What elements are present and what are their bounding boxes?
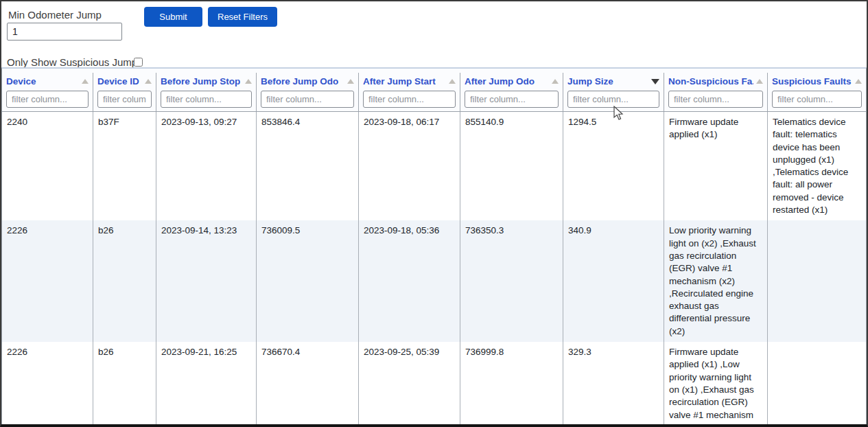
cell-after-jump-odo: 855140.9	[460, 112, 563, 220]
cell-before-jump-stop: 2023-09-14, 13:23	[156, 220, 257, 342]
column-header-label: Suspicious Faults	[772, 76, 852, 86]
cell-before-jump-odo: 736670.4	[257, 342, 359, 424]
min-odometer-jump-label: Min Odometer Jump	[8, 9, 102, 21]
cell-device-id: b26	[93, 342, 156, 424]
cell-suspicious-faults	[768, 342, 866, 424]
cell-before-jump-odo: 853846.4	[257, 112, 359, 220]
column-header-before-jump-odo[interactable]: Before Jump Odo	[257, 73, 359, 111]
cell-device-id: b26	[93, 220, 156, 342]
filter-input-non-suspicious-fa[interactable]	[668, 91, 763, 108]
cell-jump-size: 1294.5	[563, 112, 664, 220]
reset-filters-button[interactable]: Reset Filters	[208, 7, 277, 27]
submit-button[interactable]: Submit	[144, 7, 202, 27]
filter-input-suspicious-faults[interactable]	[772, 91, 862, 108]
filter-input-before-jump-odo[interactable]	[261, 91, 354, 108]
column-header-label: After Jump Start	[363, 76, 436, 86]
sort-ascending-icon[interactable]	[145, 79, 152, 84]
sort-ascending-icon[interactable]	[552, 79, 559, 84]
cell-non-suspicious-fa: Firmware update applied (x1)	[664, 112, 768, 220]
column-header-label: Before Jump Stop	[161, 76, 240, 86]
cell-before-jump-stop: 2023-09-21, 16:25	[156, 342, 257, 424]
cell-device: 2226	[2, 220, 93, 342]
only-show-suspicious-jumps-checkbox[interactable]	[134, 58, 143, 67]
cell-before-jump-odo: 736009.5	[257, 220, 359, 342]
sort-ascending-icon[interactable]	[756, 79, 763, 84]
column-header-after-jump-odo[interactable]: After Jump Odo	[460, 73, 563, 111]
sort-ascending-icon[interactable]	[855, 79, 862, 84]
column-header-label: Non-Suspicious Fa...	[668, 76, 753, 86]
cell-after-jump-odo: 736350.3	[460, 220, 563, 342]
filter-input-before-jump-stop[interactable]	[161, 91, 252, 108]
cell-device: 2226	[2, 342, 93, 424]
filter-input-after-jump-odo[interactable]	[465, 91, 559, 108]
column-header-jump-size[interactable]: Jump Size	[563, 73, 664, 111]
column-header-label: Device	[6, 76, 36, 86]
column-header-label: Device ID	[97, 76, 139, 86]
column-header-before-jump-stop[interactable]: Before Jump Stop	[156, 73, 257, 111]
cell-after-jump-start: 2023-09-18, 05:36	[359, 220, 460, 342]
filter-input-device-id[interactable]	[97, 91, 152, 108]
cell-suspicious-faults: Telematics device fault: telematics devi…	[768, 112, 866, 220]
sort-ascending-icon[interactable]	[245, 79, 252, 84]
filter-input-after-jump-start[interactable]	[363, 91, 456, 108]
cell-suspicious-faults	[768, 220, 866, 342]
cell-before-jump-stop: 2023-09-13, 09:27	[156, 112, 257, 220]
column-header-label: Jump Size	[567, 76, 613, 86]
table-row: 2240b37F2023-09-13, 09:27853846.42023-09…	[2, 112, 866, 220]
column-header-after-jump-start[interactable]: After Jump Start	[359, 73, 460, 111]
sort-ascending-icon[interactable]	[449, 79, 456, 84]
sort-ascending-icon[interactable]	[347, 79, 354, 84]
odometer-jump-page: Min Odometer Jump Submit Reset Filters O…	[0, 0, 868, 427]
column-header-label: Before Jump Odo	[261, 76, 338, 86]
table-header-row: DeviceDevice IDBefore Jump StopBefore Ju…	[2, 69, 866, 112]
sort-descending-icon[interactable]	[651, 79, 659, 84]
cell-after-jump-start: 2023-09-18, 06:17	[359, 112, 460, 220]
column-header-device[interactable]: Device	[2, 73, 93, 111]
cell-device-id: b37F	[93, 112, 156, 220]
cell-non-suspicious-fa: Firmware update applied (x1) ,Low priori…	[664, 342, 768, 424]
odometer-jumps-table: DeviceDevice IDBefore Jump StopBefore Ju…	[1, 67, 867, 424]
cell-after-jump-start: 2023-09-25, 05:39	[359, 342, 460, 424]
min-odometer-jump-input[interactable]	[7, 23, 122, 41]
column-header-device-id[interactable]: Device ID	[93, 73, 156, 111]
cell-non-suspicious-fa: Low priority warning light on (x2) ,Exha…	[664, 220, 768, 342]
column-header-label: After Jump Odo	[465, 76, 535, 86]
table-row: 2226b262023-09-14, 13:23736009.52023-09-…	[2, 220, 866, 342]
cell-after-jump-odo: 736999.8	[460, 342, 563, 424]
cell-jump-size: 329.3	[563, 342, 664, 424]
filter-input-device[interactable]	[6, 91, 89, 108]
column-header-non-suspicious-fa[interactable]: Non-Suspicious Fa...	[664, 73, 768, 111]
table-body: 2240b37F2023-09-13, 09:27853846.42023-09…	[2, 112, 866, 424]
cell-device: 2240	[2, 112, 93, 220]
column-header-suspicious-faults[interactable]: Suspicious Faults	[768, 73, 866, 111]
table-row: 2226b262023-09-21, 16:25736670.42023-09-…	[2, 342, 866, 424]
filter-input-jump-size[interactable]	[567, 91, 659, 108]
only-show-suspicious-jumps-label: Only Show Suspicious Jumps	[7, 56, 143, 68]
sort-ascending-icon[interactable]	[82, 79, 89, 84]
cell-jump-size: 340.9	[563, 220, 664, 342]
